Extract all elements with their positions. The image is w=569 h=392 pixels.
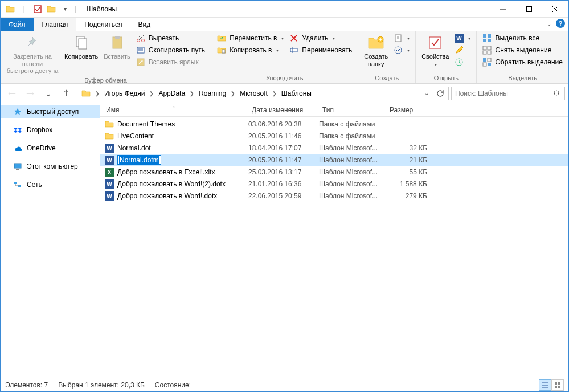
tab-share[interactable]: Поделиться [76,18,130,31]
easy-access-button[interactable]: ▾ [391,44,412,56]
minimize-button[interactable] [490,1,516,18]
sidebar-quick-access[interactable]: Быстрый доступ [1,105,100,118]
pin-button[interactable]: Закрепить на панели быстрого доступа [4,32,61,76]
tab-home[interactable]: Главная [34,18,77,31]
chevron-right-icon[interactable]: ❯ [229,91,237,96]
column-size[interactable]: Размер [386,106,432,114]
breadcrumb-4[interactable]: Шаблоны [279,89,314,97]
select-all-button[interactable]: Выделить все [480,32,565,44]
address-dropdown-icon[interactable]: ⌄ [420,87,433,100]
breadcrumb-3[interactable]: Microsoft [237,89,271,97]
column-type[interactable]: Тип [319,106,386,114]
chevron-right-icon[interactable]: ❯ [188,91,196,96]
file-name-cell[interactable]: XДобро пожаловать в Excel!.xltx [100,168,248,177]
file-type: Шаблон Microsof... [319,180,386,188]
file-row[interactable]: LiveContent20.05.2016 11:46Папка с файла… [100,130,568,142]
group-select-label: Выделить [480,74,565,83]
file-name-cell[interactable]: WДобро пожаловать в Word!.dotx [100,191,248,201]
edit-button[interactable] [452,44,473,56]
new-item-button[interactable]: ▾ [391,32,412,44]
properties-icon [426,34,444,52]
view-icons-button[interactable] [551,379,564,391]
rename-input[interactable]: Normal.dotm [117,155,161,165]
close-button[interactable] [542,1,568,18]
svg-rect-60 [555,382,557,385]
pin-label: Закрепить на панели быстрого доступа [6,53,59,75]
delete-label: Удалить [302,34,328,42]
sidebar-onedrive[interactable]: OneDrive [1,142,100,154]
file-rows: Document Themes03.06.2016 20:38Папка с ф… [100,117,568,203]
file-name-cell[interactable]: WДобро пожаловать в Word!(2).dotx [100,179,248,189]
copy-path-button[interactable]: Скопировать путь [134,44,207,56]
svg-rect-35 [483,51,486,54]
view-details-button[interactable] [539,379,551,391]
search-input[interactable]: Поиск: Шаблоны [451,87,565,100]
file-row[interactable]: WДобро пожаловать в Word!(2).dotx21.01.2… [100,178,568,190]
search-icon[interactable] [553,89,561,97]
file-date: 25.03.2016 13:17 [248,168,319,176]
svg-rect-20 [290,48,297,52]
delete-button[interactable]: Удалить▾ [287,32,354,44]
open-with-button[interactable]: W▾ [452,32,473,44]
paste-shortcut-button[interactable]: Вставить ярлык [134,56,207,68]
new-folder-label: Создать папку [364,53,388,67]
history-dropdown[interactable]: ⌄ [40,87,56,100]
breadcrumb-0[interactable]: Игорь Федяй [101,89,148,97]
new-folder-button[interactable]: Создать папку [362,32,390,68]
paste-button[interactable]: Вставить [101,32,133,62]
breadcrumb-1[interactable]: AppData [155,89,188,97]
file-row[interactable]: WNormal.dotm20.05.2016 11:47Шаблон Micro… [100,154,568,166]
file-name-cell[interactable]: WNormal.dotm [100,155,248,165]
sidebar-network[interactable]: Сеть [1,178,100,191]
move-to-button[interactable]: Переместить в▾ [215,32,286,44]
svg-rect-32 [488,39,491,42]
network-icon [13,180,22,189]
copy-button[interactable]: Копировать [62,32,100,62]
file-row[interactable]: WNormal.dot18.04.2016 17:07Шаблон Micros… [100,142,568,154]
file-date: 20.05.2016 11:47 [248,156,319,164]
maximize-button[interactable] [516,1,542,18]
cut-button[interactable]: Вырезать [134,32,207,44]
tab-file[interactable]: Файл [1,18,34,31]
ribbon-collapse-icon[interactable]: ⌄ [547,21,551,27]
qat-dropdown-icon[interactable]: ▾ [59,3,71,15]
file-row[interactable]: Document Themes03.06.2016 20:38Папка с ф… [100,118,568,130]
chevron-right-icon[interactable]: ❯ [271,91,279,96]
file-name-cell[interactable]: Document Themes [100,120,248,129]
group-new-label: Создать [362,74,412,83]
chevron-right-icon[interactable]: ❯ [148,91,155,96]
address-root-icon[interactable] [79,89,93,98]
sidebar-dropbox-label: Dropbox [27,126,52,134]
file-name-cell[interactable]: WNormal.dot [100,144,248,153]
file-type: Шаблон Microsof... [319,168,386,176]
file-row[interactable]: XДобро пожаловать в Excel!.xltx25.03.201… [100,166,568,178]
ribbon: Закрепить на панели быстрого доступа Коп… [1,31,568,84]
file-row[interactable]: WДобро пожаловать в Word!.dotx22.06.2015… [100,190,568,202]
select-none-button[interactable]: Снять выделение [480,44,565,56]
up-button[interactable]: 🡑 [59,87,75,100]
column-date[interactable]: Дата изменения [248,106,319,114]
rename-button[interactable]: Переименовать [287,44,354,56]
file-name-cell[interactable]: LiveContent [100,132,248,141]
copy-to-button[interactable]: Копировать в▾ [215,44,286,56]
forward-button[interactable]: 🡒 [22,87,38,100]
chevron-right-icon[interactable]: ❯ [93,91,101,96]
tab-view[interactable]: Вид [130,18,158,31]
navbar: 🡐 🡒 ⌄ 🡑 ❯ Игорь Федяй ❯ AppData ❯ Roamin… [1,84,568,103]
back-button[interactable]: 🡐 [4,87,20,100]
invert-selection-button[interactable]: Обратить выделение [480,56,565,68]
svg-rect-31 [483,39,486,42]
folder-icon [105,132,114,141]
column-name[interactable]: Имя ⌃ [100,106,248,114]
sidebar: Быстрый доступ Dropbox OneDrive Этот ком… [1,103,100,378]
help-icon[interactable]: ? [556,19,565,28]
qat-properties-icon[interactable] [31,3,44,15]
sidebar-thispc[interactable]: Этот компьютер [1,160,100,173]
breadcrumb-2[interactable]: Roaming [196,89,229,97]
history-button[interactable] [452,56,473,68]
group-open: Свойства▾ W▾ Открыть [416,31,477,83]
sidebar-dropbox[interactable]: Dropbox [1,124,100,136]
refresh-button[interactable] [433,87,447,100]
properties-button[interactable]: Свойства▾ [419,32,451,68]
address-bar[interactable]: ❯ Игорь Федяй ❯ AppData ❯ Roaming ❯ Micr… [77,87,449,100]
